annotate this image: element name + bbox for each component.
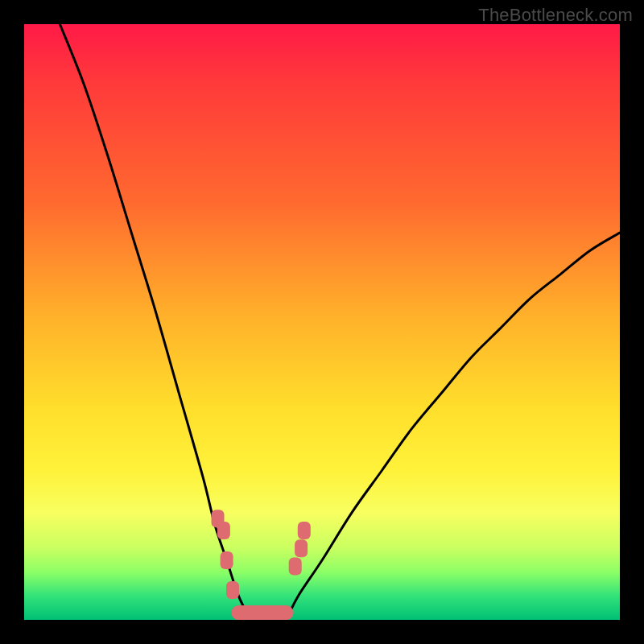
plot-area (24, 24, 620, 620)
watermark-text: TheBottleneck.com (478, 5, 633, 26)
marker-cluster-left-point (217, 522, 230, 539)
marker-cluster-left-point (226, 581, 239, 599)
curve-right (287, 233, 620, 620)
chart-frame: TheBottleneck.com (0, 0, 644, 644)
marker-cluster-left-point (221, 551, 233, 569)
marker-cluster-right-point (295, 539, 308, 557)
marker-cluster-right-point (289, 557, 302, 575)
chart-svg (24, 24, 620, 620)
marker-cluster-right-point (298, 522, 311, 539)
